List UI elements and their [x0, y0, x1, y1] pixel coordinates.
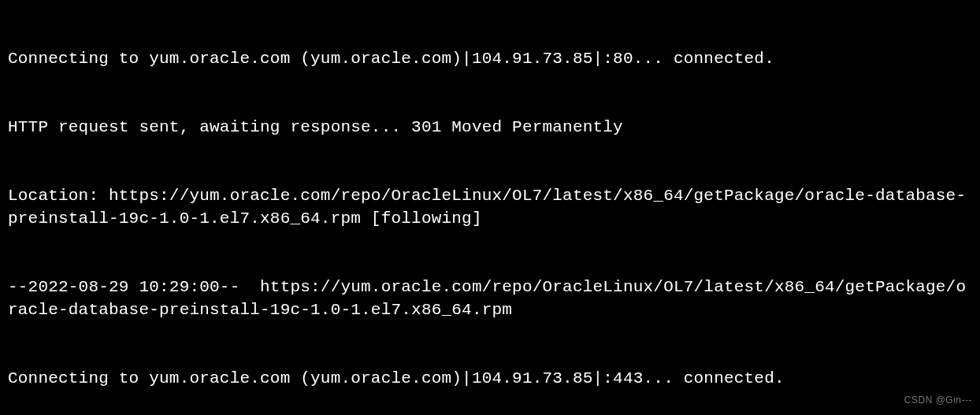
watermark-text: CSDN @Gin--- [904, 389, 972, 412]
output-connecting-https: Connecting to yum.oracle.com (yum.oracle… [8, 367, 975, 390]
output-http-301: HTTP request sent, awaiting response... … [8, 116, 975, 139]
output-connecting-http: Connecting to yum.oracle.com (yum.oracle… [8, 47, 975, 70]
output-retry-url: --2022-08-29 10:29:00-- https://yum.orac… [8, 276, 975, 321]
output-location: Location: https://yum.oracle.com/repo/Or… [8, 184, 975, 230]
terminal-window[interactable]: Connecting to yum.oracle.com (yum.oracle… [0, 0, 980, 415]
